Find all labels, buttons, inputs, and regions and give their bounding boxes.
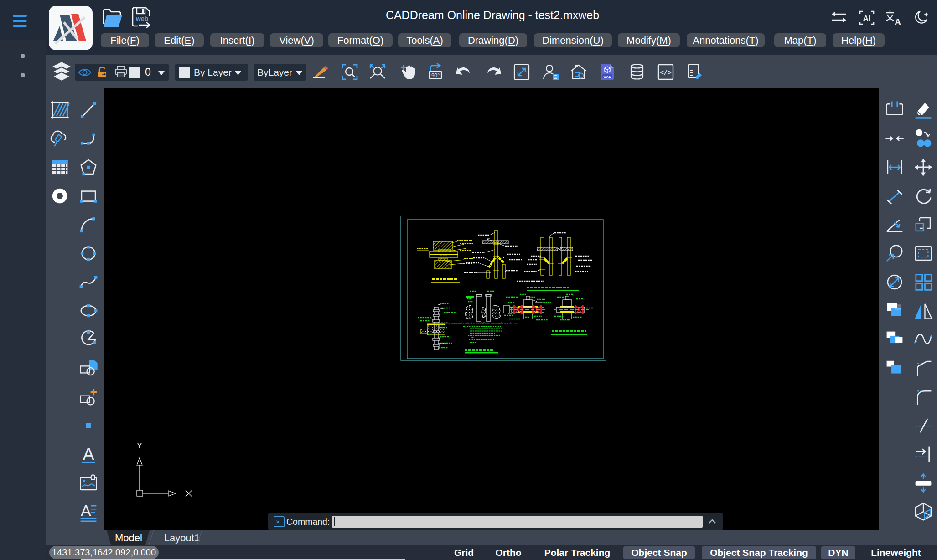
svg-text:90°: 90°: [431, 72, 440, 79]
svg-text:A: A: [83, 444, 94, 463]
svg-text:AI: AI: [863, 14, 871, 23]
svg-text:Y: Y: [137, 442, 142, 450]
svg-text:CAD: CAD: [603, 75, 611, 79]
svg-text:A: A: [81, 502, 92, 519]
svg-text:A: A: [895, 17, 901, 26]
svg-text:web: web: [135, 15, 148, 22]
svg-text:ebSdkTry: www.webcodsdk.com.Mx: ebSdkTry: www.webcodsdk.com.MxDrow www.w…: [438, 322, 518, 325]
svg-text:</>: </>: [660, 69, 671, 77]
